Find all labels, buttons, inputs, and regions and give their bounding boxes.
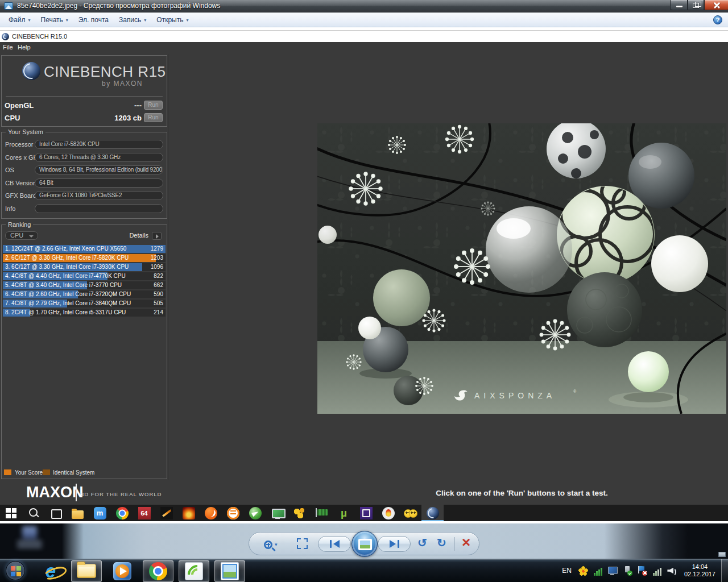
cinebench-menu-file[interactable]: File (3, 44, 13, 51)
cpu-run-button[interactable]: Run (144, 113, 163, 122)
catzilla-icon[interactable] (155, 505, 177, 521)
utorrent-icon[interactable]: µ (333, 505, 355, 521)
cpu-z-icon[interactable] (355, 505, 377, 521)
speedfan-glyph (249, 507, 262, 519)
previous-button[interactable] (318, 536, 351, 552)
clock[interactable]: 14:04 02.12.2017 (684, 563, 715, 578)
system-field-value[interactable] (35, 204, 163, 213)
close-button[interactable] (704, 0, 728, 10)
display-icon[interactable] (608, 566, 618, 576)
burnintest-icon[interactable] (222, 505, 244, 521)
photo-viewer-icon (221, 562, 239, 580)
minimize-button[interactable] (670, 0, 688, 10)
aida64-glyph: 64 (138, 507, 151, 519)
sync-error-flag-icon[interactable] (638, 566, 647, 576)
ranking-row-label: 7. 4C/8T @ 2.79 GHz, Intel Core i7-3840Q… (5, 300, 131, 306)
dropdown-arrow-icon: ▾ (186, 18, 188, 23)
help-icon[interactable]: ? (713, 15, 722, 24)
system-field-value[interactable]: Intel Core i7-5820K CPU (35, 140, 163, 149)
chrome-taskbar-button[interactable] (143, 560, 173, 582)
ranking-row-score: 1203 (151, 255, 163, 261)
ranking-row-label: 4. 4C/8T @ 4.40 GHz, Intel Core i7-4770K… (5, 273, 126, 279)
usb-ok-icon[interactable] (623, 566, 632, 576)
search-icon[interactable] (22, 505, 44, 521)
language-indicator[interactable]: EN (562, 567, 572, 575)
cinebench-icon[interactable] (421, 505, 444, 521)
file-explorer-icon[interactable] (67, 505, 89, 521)
viewer-menu-label: Эл. почта (78, 16, 109, 24)
task-view-icon[interactable] (44, 505, 67, 521)
next-button[interactable] (378, 536, 411, 552)
viewer-controls: ▾ ↺ ↻ × (249, 532, 479, 555)
restore-button[interactable] (688, 0, 704, 10)
ranking-row[interactable]: 6. 4C/8T @ 2.60 GHz, Intel Core i7-3720Q… (3, 290, 166, 298)
wifi-tool-taskbar-button[interactable] (179, 560, 209, 582)
maxon-logo: MAXON (26, 484, 84, 501)
viewer-menu: Файл▾Печать▾Эл. почтаЗапись▾Открыть▾ (3, 13, 194, 27)
windows-explorer-taskbar-button[interactable] (71, 560, 102, 582)
system-field-label: Info (5, 205, 15, 212)
rotate-clockwise-button[interactable]: ↻ (437, 536, 446, 550)
triangle-left-icon (333, 540, 340, 548)
ranking-row[interactable]: 3. 6C/12T @ 3.30 GHz, Intel Core i7-3930… (3, 263, 166, 271)
gpu-z-icon[interactable] (311, 505, 333, 521)
smiley-app-icon[interactable] (399, 505, 421, 521)
ranking-row-score: 662 (154, 282, 163, 288)
maxthon-glyph: m (94, 507, 106, 519)
aida64-icon[interactable]: 64 (133, 505, 155, 521)
ranking-row[interactable]: 1. 12C/24T @ 2.66 GHz, Intel Xeon CPU X5… (3, 245, 166, 253)
viewer-menu-print[interactable]: Печать▾ (36, 14, 73, 26)
system-field-value[interactable]: 6 Cores, 12 Threads @ 3.30 GHz (35, 153, 163, 162)
ranking-row[interactable]: 8. 2C/4T @ 1.70 GHz, Intel Core i5-3317U… (3, 309, 166, 317)
ranking-row[interactable]: 4. 4C/8T @ 4.40 GHz, Intel Core i7-4770K… (3, 272, 166, 280)
speedfan-icon[interactable] (244, 505, 266, 521)
signal-bars-gray-icon[interactable] (652, 566, 662, 576)
start-orb-button[interactable] (3, 559, 27, 582)
show-desktop-button[interactable] (721, 559, 728, 582)
delete-button[interactable]: × (462, 534, 470, 551)
settings-flower-icon[interactable] (578, 566, 588, 576)
photo-viewer-taskbar-button[interactable] (214, 560, 245, 582)
windows-logo-icon (6, 561, 25, 580)
viewer-menu-email[interactable]: Эл. почта (73, 14, 114, 26)
viewer-menu-file[interactable]: Файл▾ (3, 14, 36, 26)
photo-viewer-app-icon (4, 2, 13, 10)
start-icon[interactable] (0, 505, 22, 521)
maxthon-icon[interactable]: m (89, 505, 111, 521)
smiley-app-glyph (404, 507, 417, 519)
display-tool-glyph (271, 507, 284, 519)
opengl-run-button[interactable]: Run (144, 101, 163, 110)
system-field-row: Info (2, 204, 167, 214)
ranking-row-label: 8. 2C/4T @ 1.70 GHz, Intel Core i5-3317U… (5, 309, 126, 315)
slideshow-button[interactable] (351, 531, 378, 557)
zoom-button[interactable]: ▾ (264, 538, 284, 551)
cinebench-menu-help[interactable]: Help (18, 44, 31, 51)
display-tool-icon[interactable] (266, 505, 288, 521)
ranking-row[interactable]: 7. 4C/8T @ 2.79 GHz, Intel Core i7-3840Q… (3, 300, 166, 307)
windows-explorer-icon (77, 564, 96, 578)
resize-grip[interactable] (718, 552, 726, 557)
chrome-icon[interactable] (111, 505, 133, 521)
furmark-icon[interactable] (177, 505, 200, 521)
kombustor-icon[interactable] (377, 505, 399, 521)
viewer-menu-label: Открыть (156, 16, 183, 24)
ranking-row[interactable]: 2. 6C/12T @ 3.30 GHz, Intel Core i7-5820… (3, 254, 166, 262)
maxon-logo-divider (76, 484, 77, 501)
yellow-tool-glyph (293, 507, 306, 519)
volume-icon[interactable] (667, 566, 677, 576)
media-player-taskbar-button[interactable] (107, 560, 138, 582)
system-field-value[interactable]: 64 Bit (35, 178, 163, 188)
viewer-menu-burn[interactable]: Запись▾ (114, 14, 151, 26)
internet-explorer-taskbar-button[interactable]: e (35, 560, 66, 582)
signal-bars-green-icon[interactable] (593, 566, 603, 576)
system-field-value[interactable]: Windows 8, 64 Bit, Professional Edition … (35, 165, 163, 174)
origin-icon[interactable] (200, 505, 222, 521)
rotate-counterclockwise-button[interactable]: ↺ (417, 536, 427, 550)
cinebench-logo-icon (22, 62, 40, 80)
ranking-row[interactable]: 5. 4C/8T @ 3.40 GHz, Intel Core i7-3770 … (3, 281, 166, 289)
yellow-tool-icon[interactable] (288, 505, 311, 521)
system-field-value[interactable]: GeForce GTX 1080 Ti/PCIe/SSE2 (35, 191, 163, 200)
system-field-row: GFX BoardGeForce GTX 1080 Ti/PCIe/SSE2 (2, 191, 167, 201)
viewer-menu-open[interactable]: Открыть▾ (151, 14, 193, 26)
fit-to-window-button[interactable] (297, 538, 308, 549)
